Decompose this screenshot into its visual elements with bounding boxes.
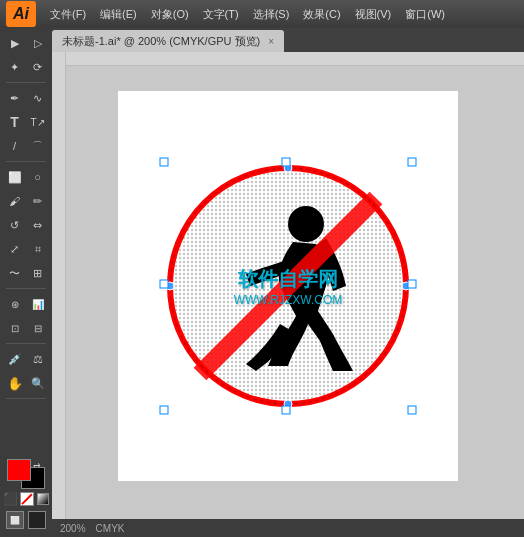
fill-stroke-icons-row: ⬛ [3, 492, 49, 506]
ruler-left [52, 52, 66, 519]
symbol-tools-row: ⊛ 📊 [4, 293, 48, 315]
handle-tl [160, 158, 168, 166]
scale-tool[interactable]: ⤢ [4, 238, 25, 260]
touch-type-tool[interactable]: T↗ [27, 111, 48, 133]
artboard-tool[interactable]: ⊡ [4, 317, 25, 339]
menu-view[interactable]: 视图(V) [349, 5, 398, 24]
ellipse-tool[interactable]: ○ [27, 166, 48, 188]
handle-bl [160, 406, 168, 414]
paintbrush-tools-row: 🖌 ✏ [4, 190, 48, 212]
canvas-area[interactable]: 软件自学网 WWW.RJZXW.COM [52, 52, 524, 519]
app-logo: Ai [6, 1, 36, 27]
slice-tool[interactable]: ⊟ [27, 317, 48, 339]
person-head [288, 206, 324, 242]
none-fill-icon[interactable] [20, 492, 34, 506]
workspace: 软件自学网 WWW.RJZXW.COM [78, 61, 498, 511]
menu-select[interactable]: 选择(S) [247, 5, 296, 24]
left-toolbar: ▶ ▷ ✦ ⟳ ✒ ∿ T T↗ / ⌒ ⬜ ○ 🖌 ✏ ↺ [0, 28, 52, 537]
tab-label: 未标题-1.ai* @ 200% (CMYK/GPU 预览) [62, 34, 260, 49]
handle-ml [160, 280, 168, 288]
artboard-tools-row: ⊡ ⊟ [4, 317, 48, 339]
toolbar-divider-2 [6, 161, 46, 162]
free-transform-tool[interactable]: ⊞ [27, 262, 48, 284]
sign-container: 软件自学网 WWW.RJZXW.COM [158, 156, 418, 416]
type-tool[interactable]: T [4, 111, 25, 133]
symbol-sprayer-tool[interactable]: ⊛ [4, 293, 25, 315]
menu-edit[interactable]: 编辑(E) [94, 5, 143, 24]
shear-tool[interactable]: ⌗ [27, 238, 48, 260]
default-colors-icon[interactable]: ⬛ [3, 492, 17, 506]
handle-tr [408, 158, 416, 166]
toolbar-divider-3 [6, 288, 46, 289]
title-bar: Ai 文件(F) 编辑(E) 对象(O) 文字(T) 选择(S) 效果(C) 视… [0, 0, 524, 28]
change-screen-mode-icon[interactable]: ⬜ [6, 511, 24, 529]
hand-tools-row: ✋ 🔍 [4, 372, 48, 394]
pencil-tool[interactable]: ✏ [27, 190, 48, 212]
screen-mode-row: ⬜ [6, 511, 46, 529]
tab-bar: 未标题-1.ai* @ 200% (CMYK/GPU 预览) × [52, 28, 524, 52]
pen-tools-row: ✒ ∿ [4, 87, 48, 109]
zoom-tool[interactable]: 🔍 [27, 372, 48, 394]
zoom-level: 200% [60, 523, 86, 534]
transform-tools-row: ✦ ⟳ [4, 56, 48, 78]
gradient-icon[interactable] [37, 493, 49, 505]
hand-tool[interactable]: ✋ [4, 372, 25, 394]
main-area: 未标题-1.ai* @ 200% (CMYK/GPU 预览) × [52, 28, 524, 537]
curvature-tool[interactable]: ∿ [27, 87, 48, 109]
handle-br [408, 406, 416, 414]
scale-tools-row: ⤢ ⌗ [4, 238, 48, 260]
selection-tool[interactable]: ▶ [4, 32, 25, 54]
toolbar-divider-4 [6, 343, 46, 344]
paintbrush-tool[interactable]: 🖌 [4, 190, 25, 212]
warp-tool[interactable]: 〜 [4, 262, 25, 284]
no-walking-sign-svg [158, 156, 418, 416]
color-area: ⇄ ⬛ ⬜ [3, 459, 49, 533]
rotate-tool[interactable]: ↺ [4, 214, 25, 236]
fill-color-box[interactable] [7, 459, 31, 481]
eyedropper-tools-row: 💉 ⚖ [4, 348, 48, 370]
direct-select-tool[interactable]: ▷ [27, 32, 48, 54]
measure-tool[interactable]: ⚖ [27, 348, 48, 370]
artboard: 软件自学网 WWW.RJZXW.COM [118, 91, 458, 481]
shape-tools-row: ⬜ ○ [4, 166, 48, 188]
pen-tool[interactable]: ✒ [4, 87, 25, 109]
menu-file[interactable]: 文件(F) [44, 5, 92, 24]
handle-tc [282, 158, 290, 166]
active-tab[interactable]: 未标题-1.ai* @ 200% (CMYK/GPU 预览) × [52, 30, 284, 52]
column-graph-tool[interactable]: 📊 [27, 293, 48, 315]
menu-type[interactable]: 文字(T) [197, 5, 245, 24]
bottom-bar: 200% CMYK [52, 519, 524, 537]
arc-tool[interactable]: ⌒ [27, 135, 48, 157]
toolbar-divider-5 [6, 398, 46, 399]
menu-bar: 文件(F) 编辑(E) 对象(O) 文字(T) 选择(S) 效果(C) 视图(V… [44, 5, 518, 24]
reflect-tool[interactable]: ⇔ [27, 214, 48, 236]
handle-bc [282, 406, 290, 414]
line-tool[interactable]: / [4, 135, 25, 157]
ruler-top [66, 52, 524, 66]
warp-tools-row: 〜 ⊞ [4, 262, 48, 284]
selection-tools-row: ▶ ▷ [4, 32, 48, 54]
rect-tool[interactable]: ⬜ [4, 166, 25, 188]
rotate-tools-row: ↺ ⇔ [4, 214, 48, 236]
menu-window[interactable]: 窗口(W) [399, 5, 451, 24]
type-tools-row: T T↗ [4, 111, 48, 133]
menu-object[interactable]: 对象(O) [145, 5, 195, 24]
app-container: ▶ ▷ ✦ ⟳ ✒ ∿ T T↗ / ⌒ ⬜ ○ 🖌 ✏ ↺ [0, 28, 524, 537]
screen-mode-icon2[interactable] [28, 511, 46, 529]
handle-mr [408, 280, 416, 288]
eyedropper-tool[interactable]: 💉 [4, 348, 25, 370]
toolbar-divider-1 [6, 82, 46, 83]
color-mode: CMYK [96, 523, 125, 534]
lasso-tool[interactable]: ⟳ [27, 56, 48, 78]
menu-effect[interactable]: 效果(C) [297, 5, 346, 24]
color-swatches: ⇄ [7, 459, 45, 489]
magic-wand-tool[interactable]: ✦ [4, 56, 25, 78]
tab-close-button[interactable]: × [268, 36, 274, 47]
line-tools-row: / ⌒ [4, 135, 48, 157]
